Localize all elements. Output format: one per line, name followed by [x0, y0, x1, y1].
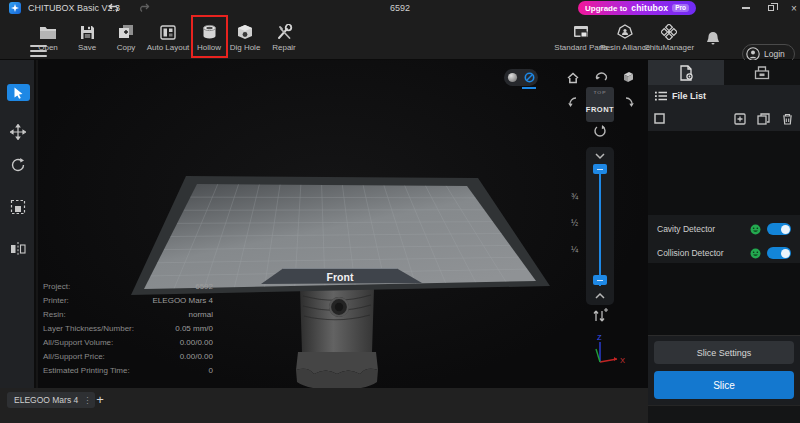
status-ok-icon: [750, 224, 761, 235]
panel-tabs: [648, 60, 800, 85]
rotate-up-icon[interactable]: [594, 70, 608, 84]
toolbar-auto-layout-button[interactable]: Auto Layout: [146, 21, 190, 52]
app-title: CHITUBOX Basic V2.3: [28, 3, 120, 13]
close-button[interactable]: ×: [787, 3, 800, 13]
info-label: All/Support Price:: [43, 352, 105, 366]
front-label: Front: [327, 271, 354, 283]
rotate-cw-icon[interactable]: [593, 124, 607, 138]
x-axis-label: X: [620, 356, 625, 365]
toolbar-repair-button[interactable]: Repair: [262, 21, 306, 52]
cube-view-icon[interactable]: [621, 70, 635, 84]
upgrade-pro-badge: Pro: [672, 4, 689, 12]
nav-cube-top-face[interactable]: TOP: [593, 91, 606, 95]
rotate-right-icon[interactable]: [622, 96, 636, 110]
axes-gizmo: Z X: [596, 333, 625, 365]
dig-hole-icon: [237, 21, 253, 40]
upgrade-to-pro-button[interactable]: Upgrade to chitubox Pro: [578, 1, 696, 15]
chitumanager-icon: [661, 21, 677, 40]
collision-detector-toggle[interactable]: [767, 247, 791, 259]
file-list-toolbar: [648, 107, 800, 131]
z-slider-upper-handle[interactable]: [593, 164, 607, 174]
toolbar-open-button[interactable]: Open: [26, 21, 70, 52]
cavity-detector-toggle[interactable]: [767, 223, 791, 235]
chevron-up-icon[interactable]: [594, 292, 606, 300]
mirror-tool-icon[interactable]: [10, 241, 26, 257]
file-list-title: File List: [672, 91, 706, 101]
status-ok-icon: [750, 248, 761, 259]
info-label: Resin:: [43, 310, 66, 324]
document-title: 6592: [370, 3, 430, 13]
add-file-icon[interactable]: [734, 113, 746, 125]
info-value: 0: [209, 366, 213, 380]
slice-button[interactable]: Slice: [654, 371, 794, 399]
tool-sidebar: [0, 60, 36, 388]
info-value: ELEGOO Mars 4: [153, 296, 213, 310]
open-folder-icon: [39, 21, 57, 40]
info-value: normal: [189, 310, 213, 324]
save-floppy-icon: [80, 21, 95, 40]
repair-tools-icon: [276, 21, 293, 40]
cavity-detector-label: Cavity Detector: [657, 224, 750, 234]
info-value: 0.00/0.00: [180, 338, 213, 352]
redo-icon[interactable]: [138, 2, 150, 13]
z-slider-lower-handle[interactable]: [593, 275, 607, 285]
resin-alliance-icon: [617, 21, 633, 40]
ortho-view-icon[interactable]: [524, 72, 535, 83]
info-label: Project:: [43, 282, 70, 296]
model-3d[interactable]: [296, 288, 378, 388]
scale-tool-icon[interactable]: [10, 199, 26, 215]
toolbar-chitumanager-button[interactable]: ChituManager: [641, 21, 697, 52]
toolbar-save-button[interactable]: Save: [65, 21, 109, 52]
file-list-header: File List: [648, 85, 800, 107]
tab-printer[interactable]: [724, 60, 800, 85]
cursor-icon: [13, 87, 24, 99]
viewport-3d[interactable]: Front Z X: [38, 60, 648, 388]
restore-button[interactable]: [764, 3, 778, 13]
navigation-cube[interactable]: TOP FRONT: [586, 87, 614, 122]
chitubox-window: CHITUBOX Basic V2.3 6592 Upgrade to chit…: [0, 0, 800, 423]
build-plate[interactable]: Front: [131, 176, 550, 295]
hollow-cylinder-icon: [201, 21, 218, 40]
nav-cube-front-face[interactable]: FRONT: [586, 105, 614, 114]
z-slider-panel: [586, 147, 614, 305]
collision-detector-label: Collision Detector: [657, 248, 750, 258]
rotate-left-icon[interactable]: [566, 96, 580, 110]
cavity-detector-row: Cavity Detector: [648, 217, 800, 241]
info-value: 6592: [195, 282, 213, 296]
toolbar-copy-button[interactable]: Copy: [104, 21, 148, 52]
add-tab-button[interactable]: +: [92, 391, 108, 407]
minimize-button[interactable]: [739, 3, 753, 13]
bottom-bar: ELEGOO Mars 4 ⋮ +: [0, 388, 648, 423]
z-slider-track[interactable]: [599, 168, 601, 286]
file-list-empty-area[interactable]: [648, 131, 800, 215]
tab-file-settings[interactable]: [648, 60, 724, 85]
delete-trash-icon[interactable]: [782, 113, 793, 125]
auto-layout-icon: [160, 21, 176, 40]
z-adjust-icon[interactable]: [590, 308, 608, 324]
perspective-view-icon[interactable]: [507, 72, 518, 83]
select-all-checkbox[interactable]: [654, 113, 665, 124]
move-tool-icon[interactable]: [10, 124, 26, 140]
app-logo-icon: [9, 2, 21, 14]
merge-files-icon[interactable]: [757, 113, 770, 125]
toolbar-dig-hole-button[interactable]: Dig Hole: [223, 21, 267, 52]
main-toolbar: Open Save Copy Auto Layout Hollow: [0, 15, 800, 60]
undo-icon[interactable]: [108, 2, 120, 13]
select-tool-button[interactable]: [7, 84, 30, 101]
list-icon: [655, 91, 667, 101]
login-label: Login: [764, 49, 785, 59]
active-view-underline: [522, 87, 536, 89]
project-info: Project:6592 Printer:ELEGOO Mars 4 Resin…: [43, 282, 213, 380]
printer-tab-label: ELEGOO Mars 4: [14, 395, 78, 405]
rotate-tool-icon[interactable]: [10, 157, 26, 173]
fraction-half: ½: [558, 218, 578, 228]
projection-toggle[interactable]: [504, 69, 538, 86]
chevron-down-icon[interactable]: [594, 152, 606, 160]
z-axis-label: Z: [597, 333, 602, 342]
tab-menu-icon[interactable]: ⋮: [83, 398, 91, 403]
collision-detector-row: Collision Detector: [648, 241, 800, 265]
printer-tab[interactable]: ELEGOO Mars 4 ⋮: [7, 392, 95, 408]
home-view-icon[interactable]: [566, 71, 580, 85]
slice-settings-button[interactable]: Slice Settings: [654, 341, 794, 364]
notifications-bell-icon[interactable]: [706, 31, 720, 46]
